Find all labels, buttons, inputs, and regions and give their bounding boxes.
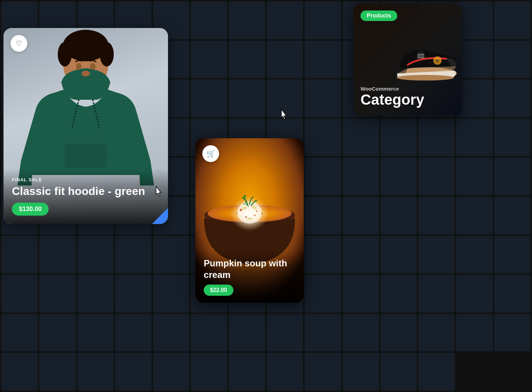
cards-layer: ♡ FINAL SALE Classic fit hoodie - green …: [0, 0, 532, 392]
cart-icon: 🛒: [206, 149, 215, 158]
svg-point-24: [254, 215, 255, 216]
category-title: Category: [360, 92, 455, 107]
svg-text:N: N: [436, 59, 439, 63]
svg-point-8: [76, 63, 82, 70]
soup-card-info: Pumpkin soup with cream $22.00: [195, 251, 304, 303]
svg-point-25: [236, 213, 237, 214]
add-to-cart-button[interactable]: 🛒: [202, 145, 219, 162]
sale-label: FINAL SALE: [12, 177, 160, 182]
svg-point-20: [237, 201, 262, 224]
svg-point-21: [240, 209, 242, 211]
svg-point-9: [90, 63, 96, 70]
category-card-text: WooCommerce Category: [360, 86, 455, 107]
like-button[interactable]: ♡: [10, 35, 27, 52]
hoodie-price-badge: $130.00: [12, 203, 49, 216]
svg-point-22: [256, 210, 257, 212]
svg-point-10: [82, 71, 90, 76]
svg-point-15: [397, 75, 454, 80]
svg-rect-5: [65, 144, 107, 168]
soup-price-badge: $22.00: [204, 285, 233, 296]
woocommerce-label: WooCommerce: [360, 86, 455, 92]
hoodie-product-name: Classic fit hoodie - green: [12, 184, 160, 198]
hoodie-product-card: ♡ FINAL SALE Classic fit hoodie - green …: [4, 28, 168, 224]
soup-product-card: 🛒 Pumpkin soup with cream $22.00: [195, 138, 304, 303]
svg-point-3: [100, 42, 114, 66]
cursor-pointer-1: [279, 108, 290, 121]
svg-point-2: [58, 42, 72, 66]
hoodie-card-info: FINAL SALE Classic fit hoodie - green $1…: [4, 169, 168, 224]
products-badge: Products: [360, 10, 397, 21]
svg-point-26: [261, 213, 262, 214]
heart-icon: ♡: [16, 39, 22, 48]
soup-product-name: Pumpkin soup with cream: [204, 258, 295, 280]
svg-point-23: [245, 216, 247, 218]
category-product-card[interactable]: N Products WooCommerce Category: [354, 4, 462, 115]
